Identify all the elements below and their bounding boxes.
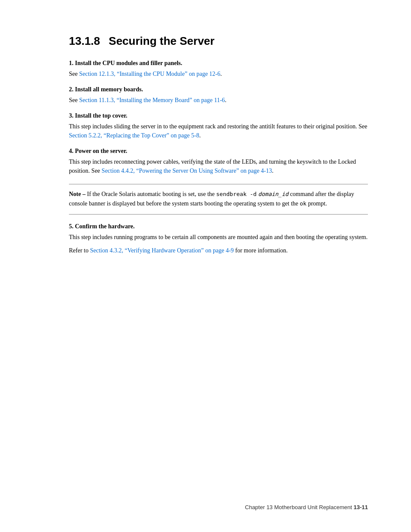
- step-5-text2-before: Refer to: [69, 247, 90, 254]
- footer-chapter-title: Motherboard Unit Replacement: [274, 504, 352, 510]
- footer-page-number: 13-11: [354, 504, 368, 510]
- step-2: 2. Install all memory boards. See Sectio…: [69, 86, 368, 105]
- step-1-label: Install the CPU modules and filler panel…: [75, 60, 182, 66]
- step-4-header: 4. Power on the server.: [69, 148, 368, 155]
- step-1-header: 1. Install the CPU modules and filler pa…: [69, 60, 368, 67]
- step-2-text-before: See: [69, 97, 79, 103]
- step-5: 5. Confirm the hardware. This step inclu…: [69, 223, 368, 255]
- step-5-text2-after: for more information.: [234, 247, 288, 254]
- section-name: Securing the Server: [109, 34, 215, 48]
- step-5-label: Confirm the hardware.: [75, 223, 135, 230]
- step-3-text-after: .: [199, 132, 201, 139]
- step-5-body2: Refer to Section 4.3.2, “Verifying Hardw…: [69, 246, 368, 255]
- step-4-number: 4.: [69, 148, 75, 154]
- step-2-header: 2. Install all memory boards.: [69, 86, 368, 93]
- step-5-text1: This step includes running programs to b…: [69, 234, 367, 240]
- step-1-link[interactable]: Section 12.1.3, “Installing the CPU Modu…: [79, 71, 221, 77]
- footer-chapter-label: Chapter 13: [245, 504, 273, 510]
- step-2-label: Install all memory boards.: [75, 86, 143, 93]
- section-title: 13.1.8 Securing the Server: [69, 34, 368, 48]
- step-4-link[interactable]: Section 4.4.2, “Powering the Server On U…: [102, 168, 272, 174]
- note-text-before: If the Oracle Solaris automatic booting …: [86, 191, 216, 197]
- note-text-end: prompt.: [306, 200, 327, 207]
- step-1: 1. Install the CPU modules and filler pa…: [69, 60, 368, 78]
- step-3-number: 3.: [69, 112, 75, 119]
- step-4-body: This step includes reconnecting power ca…: [69, 157, 368, 175]
- step-3-label: Install the top cover.: [75, 112, 128, 119]
- step-1-text-before: See: [69, 71, 79, 77]
- step-3-header: 3. Install the top cover.: [69, 112, 368, 119]
- note-code2: domain_id: [258, 191, 288, 197]
- step-5-link[interactable]: Section 4.3.2, “Verifying Hardware Opera…: [90, 247, 234, 254]
- step-4-text-after: .: [272, 168, 274, 174]
- step-3: 3. Install the top cover. This step incl…: [69, 112, 368, 140]
- note-box: Note – If the Oracle Solaris automatic b…: [69, 184, 368, 215]
- step-5-header: 5. Confirm the hardware.: [69, 223, 368, 230]
- note-code1: sendbreak -d: [216, 191, 257, 197]
- step-2-link[interactable]: Section 11.1.3, “Installing the Memory B…: [79, 97, 225, 103]
- step-4-label: Power on the server.: [75, 148, 127, 154]
- step-2-number: 2.: [69, 86, 75, 93]
- step-1-body: See Section 12.1.3, “Installing the CPU …: [69, 69, 368, 78]
- note-label: Note –: [69, 191, 86, 197]
- section-number: 13.1.8: [69, 34, 100, 48]
- step-4: 4. Power on the server. This step includ…: [69, 148, 368, 175]
- step-3-link[interactable]: Section 5.2.2, “Replacing the Top Cover”…: [69, 132, 199, 139]
- page-container: 13.1.8 Securing the Server 1. Install th…: [0, 0, 411, 532]
- step-5-number: 5.: [69, 223, 75, 230]
- step-3-body: This step includes sliding the server in…: [69, 122, 368, 140]
- note-code3: ok: [300, 200, 307, 207]
- step-2-body: See Section 11.1.3, “Installing the Memo…: [69, 96, 368, 105]
- step-5-body1: This step includes running programs to b…: [69, 233, 368, 242]
- step-2-text-after: .: [225, 97, 227, 103]
- step-1-text-after: .: [221, 71, 222, 77]
- step-1-number: 1.: [69, 60, 75, 66]
- step-3-text: This step includes sliding the server in…: [69, 123, 367, 130]
- footer: Chapter 13 Motherboard Unit Replacement …: [245, 504, 368, 510]
